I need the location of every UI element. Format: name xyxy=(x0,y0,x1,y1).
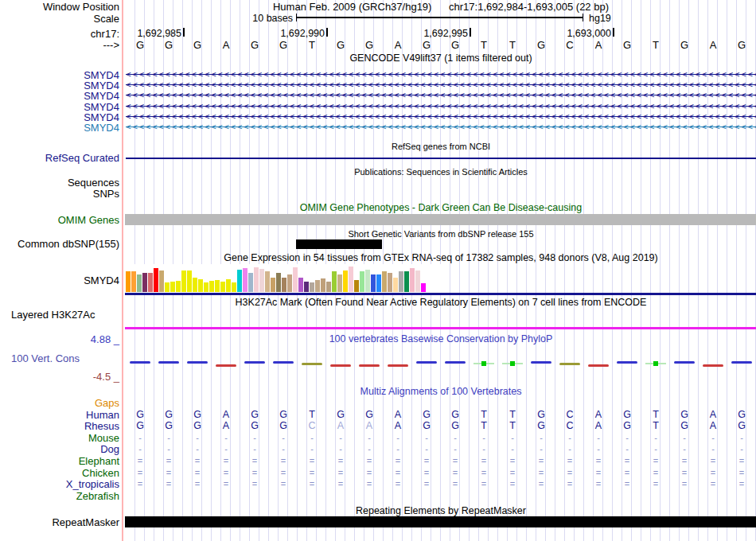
alignment-gap-glyph: - xyxy=(584,432,613,443)
gtex-tissue-bar[interactable] xyxy=(126,271,131,292)
gtex-tissue-bar[interactable] xyxy=(243,268,247,292)
gtex-tissue-bar[interactable] xyxy=(159,270,164,292)
gene-label-smyd4[interactable]: SMYD4 xyxy=(84,123,119,133)
phylop-track-title[interactable]: 100 vertebrates Basewise Conservation by… xyxy=(126,334,756,344)
gtex-tissue-bar[interactable] xyxy=(259,269,264,292)
layered-h3k27ac-label[interactable]: Layered H3K27Ac xyxy=(11,309,95,320)
omim-track-title[interactable]: OMIM Gene Phenotypes - Dark Green Can Be… xyxy=(126,203,756,213)
dbsnp-track-title[interactable]: Short Genetic Variants from dbSNP releas… xyxy=(126,229,756,239)
gtex-tissue-bar[interactable] xyxy=(198,279,203,292)
repeatmasker-label[interactable]: RepeatMasker xyxy=(52,517,119,527)
gtex-tissue-bar[interactable] xyxy=(410,268,415,292)
gtex-tissue-bar[interactable] xyxy=(321,278,325,292)
gtex-tissue-bar[interactable] xyxy=(137,274,142,292)
gtex-tissue-bar[interactable] xyxy=(360,271,364,292)
gtex-tissue-bar[interactable] xyxy=(298,278,303,292)
gtex-tissue-bar[interactable] xyxy=(315,280,320,292)
gtex-tissue-bar[interactable] xyxy=(131,271,136,292)
gene-label-smyd4[interactable]: SMYD4 xyxy=(84,91,119,101)
refseq-gene-line[interactable] xyxy=(126,158,756,159)
refseq-curated-label[interactable]: RefSeq Curated xyxy=(45,153,119,163)
gtex-tissue-bar[interactable] xyxy=(142,273,147,292)
gtex-tissue-bar[interactable] xyxy=(209,281,214,292)
publications-track-title[interactable]: Publications: Sequences in Scientific Ar… xyxy=(126,167,756,177)
gene-transcript-row[interactable]: <<<<<<<<<<<<<<<<<<<<<<<<<<<<<<<<<<<<<<<<… xyxy=(126,102,756,112)
gtex-tissue-bar[interactable] xyxy=(248,273,253,292)
gene-transcript-row[interactable]: <<<<<<<<<<<<<<<<<<<<<<<<<<<<<<<<<<<<<<<<… xyxy=(126,91,756,101)
gtex-tissue-bar[interactable] xyxy=(215,280,220,292)
omim-genes-label[interactable]: OMIM Genes xyxy=(58,215,119,225)
h3k27ac-track-title[interactable]: H3K27Ac Mark (Often Found Near Active Re… xyxy=(126,298,756,308)
species-label-chicken[interactable]: Chicken xyxy=(82,468,119,478)
species-label-elephant[interactable]: Elephant xyxy=(79,456,119,466)
gtex-tissue-bar[interactable] xyxy=(193,278,197,292)
gtex-tissue-bar[interactable] xyxy=(220,282,225,292)
gene-transcript-row[interactable]: <<<<<<<<<<<<<<<<<<<<<<<<<<<<<<<<<<<<<<<<… xyxy=(126,123,756,133)
species-label-gaps[interactable]: Gaps xyxy=(95,398,119,408)
gtex-tissue-bar[interactable] xyxy=(232,282,236,292)
gtex-tissue-bar[interactable] xyxy=(237,270,242,292)
gtex-tissue-bar[interactable] xyxy=(204,282,208,292)
conservation-mark xyxy=(216,364,236,367)
gene-transcript-row[interactable]: <<<<<<<<<<<<<<<<<<<<<<<<<<<<<<<<<<<<<<<<… xyxy=(126,112,756,123)
gtex-tissue-bar[interactable] xyxy=(382,271,387,292)
dbsnp-variant-bar[interactable] xyxy=(296,239,382,249)
gtex-tissue-bar[interactable] xyxy=(337,274,342,292)
publications-snps-label[interactable]: SNPs xyxy=(93,189,119,199)
gtex-tissue-bar[interactable] xyxy=(354,280,359,292)
species-label-rhesus[interactable]: Rhesus xyxy=(84,421,119,431)
omim-gene-bar[interactable] xyxy=(125,214,756,225)
gtex-tissue-bar[interactable] xyxy=(404,271,409,292)
conservation-mark xyxy=(617,361,637,364)
gtex-tissue-bar[interactable] xyxy=(388,273,392,292)
gtex-tissue-bar[interactable] xyxy=(226,279,231,292)
gtex-tissue-bar[interactable] xyxy=(293,267,298,292)
gtex-tissue-bar[interactable] xyxy=(176,281,181,292)
species-label-mouse[interactable]: Mouse xyxy=(88,433,119,443)
gtex-tissue-bar[interactable] xyxy=(393,278,398,292)
gtex-tissue-bar[interactable] xyxy=(365,270,370,292)
gtex-tissue-bar[interactable] xyxy=(154,268,158,292)
ruler-tick xyxy=(183,28,185,37)
species-label-x_tropicalis[interactable]: X_tropicalis xyxy=(66,479,119,489)
gtex-tissue-bar[interactable] xyxy=(421,283,426,292)
gtex-tissue-bar[interactable] xyxy=(181,270,186,292)
vert-cons-label[interactable]: 100 Vert. Cons xyxy=(11,353,80,364)
repeatmasker-track-title[interactable]: Repeating Elements by RepeatMasker xyxy=(126,506,756,516)
gtex-tissue-bar[interactable] xyxy=(287,274,292,292)
h3k27ac-signal-line[interactable] xyxy=(125,327,756,329)
gtex-tissue-bar[interactable] xyxy=(310,282,314,292)
gtex-track-title[interactable]: Gene Expression in 54 tissues from GTEx … xyxy=(126,253,756,263)
gtex-tissue-bar[interactable] xyxy=(343,270,348,292)
gtex-tissue-bar[interactable] xyxy=(326,282,331,292)
species-label-human[interactable]: Human xyxy=(86,410,119,420)
species-label-dog[interactable]: Dog xyxy=(100,444,119,454)
publications-sequences-label[interactable]: Sequences xyxy=(68,177,119,188)
gtex-tissue-bar[interactable] xyxy=(371,274,376,292)
gtex-tissue-bar[interactable] xyxy=(304,282,309,292)
gtex-gene-label[interactable]: SMYD4 xyxy=(84,275,119,286)
gtex-tissue-bar[interactable] xyxy=(170,282,175,292)
refseq-track-title[interactable]: RefSeq genes from NCBI xyxy=(126,142,756,152)
gtex-tissue-bar[interactable] xyxy=(349,267,353,292)
gtex-tissue-bar[interactable] xyxy=(399,271,403,292)
gene-transcript-row[interactable]: <<<<<<<<<<<<<<<<<<<<<<<<<<<<<<<<<<<<<<<<… xyxy=(126,70,756,80)
gtex-tissue-bar[interactable] xyxy=(276,273,281,292)
common-dbsnp-label[interactable]: Common dbSNP(155) xyxy=(18,239,119,249)
gtex-tissue-bar[interactable] xyxy=(271,278,275,292)
gtex-tissue-bar[interactable] xyxy=(148,273,153,292)
repeatmasker-element-bar[interactable] xyxy=(125,516,756,527)
gtex-tissue-bar[interactable] xyxy=(415,270,420,292)
alignment-gap-glyph: - xyxy=(298,432,326,443)
gencode-track-title[interactable]: GENCODE V49lift37 (1 items filtered out) xyxy=(126,53,756,64)
gtex-tissue-bar[interactable] xyxy=(332,271,337,292)
gtex-tissue-bar[interactable] xyxy=(282,278,286,292)
gtex-tissue-bar[interactable] xyxy=(376,274,381,292)
gtex-tissue-bar[interactable] xyxy=(165,282,170,292)
multiz-track-title[interactable]: Multiz Alignments of 100 Vertebrates xyxy=(126,387,756,397)
gene-transcript-row[interactable]: <<<<<<<<<<<<<<<<<<<<<<<<<<<<<<<<<<<<<<<<… xyxy=(126,80,756,91)
gtex-tissue-bar[interactable] xyxy=(254,267,259,292)
gtex-tissue-bar[interactable] xyxy=(187,270,192,292)
gtex-tissue-bar[interactable] xyxy=(265,271,270,292)
species-label-zebrafish[interactable]: Zebrafish xyxy=(76,491,119,501)
